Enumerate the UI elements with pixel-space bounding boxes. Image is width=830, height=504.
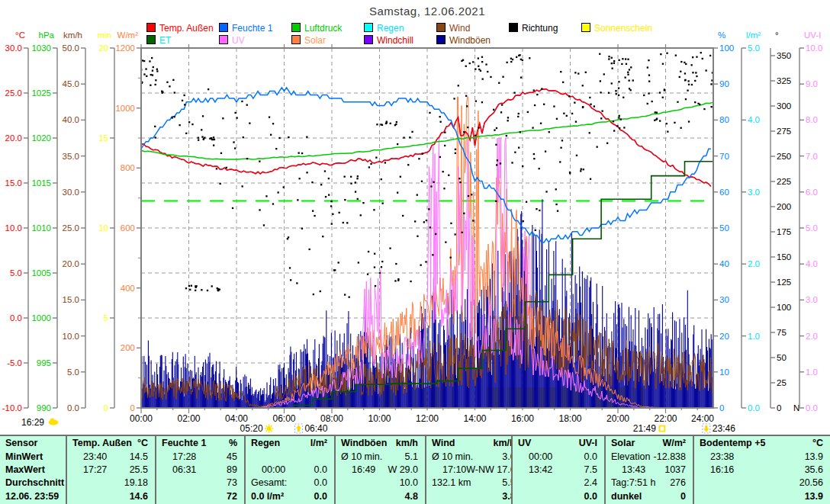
cell-value: 0.0 bbox=[314, 477, 327, 488]
svg-text:995: 995 bbox=[37, 358, 51, 368]
cell-label: 17:27 bbox=[72, 464, 107, 475]
table-row-regen-12-06-23-59: 0.0 l/m²0.0 bbox=[246, 489, 334, 503]
svg-text:%: % bbox=[718, 30, 725, 40]
table-row-windb-en-minwert: Ø 10 min.5.1 bbox=[336, 450, 425, 463]
svg-text:7.0: 7.0 bbox=[806, 152, 818, 161]
table-row-bodentemp-5-durchschnitt: 20.56 bbox=[694, 476, 830, 489]
cell-value: 5.1 bbox=[405, 451, 418, 462]
svg-text:5: 5 bbox=[104, 313, 108, 323]
cell-value: 89 bbox=[227, 464, 237, 475]
svg-text:45.0: 45.0 bbox=[63, 79, 79, 88]
svg-text:23:46: 23:46 bbox=[713, 423, 735, 434]
cell-value: 276 bbox=[670, 477, 686, 488]
svg-text:0: 0 bbox=[719, 403, 724, 413]
cell-value: 0 bbox=[680, 491, 686, 502]
svg-text:10: 10 bbox=[719, 368, 729, 377]
table-row-windb-en-12-06-23-59: 4.8 bbox=[336, 489, 425, 503]
table-row-uv-minwert: 00:000.0 bbox=[513, 450, 604, 463]
svg-text:0.0: 0.0 bbox=[748, 403, 760, 413]
cell-value: 20.56 bbox=[799, 477, 823, 488]
svg-text:hPa: hPa bbox=[39, 30, 55, 40]
svg-text:15.0: 15.0 bbox=[5, 178, 22, 188]
table-row-feuchte-1-maxwert: 06:3189 bbox=[156, 463, 244, 476]
svg-text:-10.0: -10.0 bbox=[2, 403, 22, 413]
svg-text:20.0: 20.0 bbox=[63, 259, 79, 268]
table-row-labels: SensorMinWertMaxWertDurchschnitt12.06. 2… bbox=[0, 436, 66, 504]
table-header-uv: UVUV-I bbox=[513, 436, 604, 450]
svg-text:90: 90 bbox=[719, 79, 729, 88]
table-row-temp-au-en-12-06-23-59: 14.6 bbox=[67, 489, 155, 503]
cell-value: 5.5 bbox=[502, 477, 511, 488]
svg-text:350: 350 bbox=[777, 51, 791, 60]
cell-value: 1037 bbox=[664, 464, 686, 475]
row-label-durchschnitt: Durchschnitt bbox=[0, 476, 66, 489]
svg-text:100: 100 bbox=[719, 43, 734, 53]
svg-text:20.0: 20.0 bbox=[5, 133, 22, 143]
svg-text:200: 200 bbox=[121, 343, 135, 352]
sensor-unit: l/m² bbox=[310, 438, 327, 448]
svg-text:80: 80 bbox=[719, 115, 729, 124]
cell-value: 14.6 bbox=[130, 491, 148, 502]
cell-value: 19.18 bbox=[124, 477, 148, 488]
table-row-feuchte-1-minwert: 17:2845 bbox=[156, 450, 244, 463]
cell-label: Elevation bbox=[611, 451, 650, 462]
svg-text:05:20: 05:20 bbox=[240, 423, 263, 434]
sensor-name: Wind bbox=[432, 438, 455, 448]
svg-text:°: ° bbox=[775, 30, 779, 40]
cell-label: 00:00 bbox=[251, 464, 285, 475]
svg-text:5.0: 5.0 bbox=[10, 268, 22, 278]
cell-label: dunkel bbox=[611, 491, 642, 502]
row-label-minwert: MinWert bbox=[0, 450, 66, 463]
svg-text:10.0: 10.0 bbox=[63, 332, 79, 341]
cell-value: 0.0 bbox=[314, 491, 327, 502]
table-row-feuchte-1-12-06-23-59: 72 bbox=[156, 489, 244, 503]
svg-text:225: 225 bbox=[777, 177, 791, 186]
row-label-sensor: Sensor bbox=[0, 436, 66, 450]
svg-text:70: 70 bbox=[719, 152, 729, 161]
svg-text:25: 25 bbox=[777, 378, 787, 387]
svg-text:2.0: 2.0 bbox=[806, 332, 818, 341]
table-header-regen: Regenl/m² bbox=[246, 436, 334, 450]
svg-text:30: 30 bbox=[719, 295, 729, 304]
svg-text:75: 75 bbox=[777, 328, 787, 337]
svg-text:15: 15 bbox=[98, 133, 108, 143]
table-row-solar-12-06-23-59: dunkel0 bbox=[606, 489, 693, 503]
svg-text:35.0: 35.0 bbox=[63, 152, 79, 161]
svg-text:16:29: 16:29 bbox=[21, 417, 44, 428]
sensor-unit: W/m² bbox=[662, 438, 686, 448]
cell-label: Ø 10 min. bbox=[432, 451, 473, 462]
cell-label: 0.0 l/m² bbox=[251, 491, 284, 502]
svg-text:21:49: 21:49 bbox=[633, 423, 656, 434]
svg-text:km/h: km/h bbox=[63, 30, 82, 40]
table-row-temp-au-en-maxwert: 17:2725.5 bbox=[67, 463, 155, 476]
cell-label: 13:43 bbox=[611, 464, 645, 475]
svg-text:-5.0: -5.0 bbox=[7, 358, 22, 368]
table-section-wind: Windkm/hØ 10 min.3.017:10W-NW 17.6132.1 … bbox=[425, 436, 511, 504]
sensor-name: Windböen bbox=[341, 438, 387, 448]
cell-value: 35.6 bbox=[805, 464, 823, 475]
svg-text:150: 150 bbox=[777, 252, 791, 262]
svg-text:20: 20 bbox=[719, 332, 729, 341]
svg-text:08:00: 08:00 bbox=[320, 413, 343, 424]
sensor-unit: UV-I bbox=[579, 438, 597, 448]
svg-text:0: 0 bbox=[130, 403, 135, 413]
svg-text:0.0: 0.0 bbox=[10, 313, 22, 323]
svg-text:24:00: 24:00 bbox=[691, 413, 714, 424]
svg-text:5.0: 5.0 bbox=[806, 223, 818, 233]
sensor-unit: °C bbox=[137, 438, 148, 448]
svg-text:30.0: 30.0 bbox=[5, 43, 22, 53]
cell-value: 0.0 bbox=[584, 451, 597, 462]
svg-text:6.0: 6.0 bbox=[806, 188, 818, 197]
svg-text:200: 200 bbox=[777, 202, 791, 211]
svg-text:250: 250 bbox=[777, 152, 791, 161]
svg-text:1.0: 1.0 bbox=[806, 368, 818, 377]
cell-value: 14.5 bbox=[130, 451, 148, 462]
table-header-feuchte-1: Feuchte 1% bbox=[156, 436, 244, 450]
table-row-temp-au-en-minwert: 23:4014.5 bbox=[67, 450, 155, 463]
svg-text:12:00: 12:00 bbox=[416, 413, 439, 424]
svg-text:1200: 1200 bbox=[115, 43, 135, 53]
table-header-wind: Windkm/h bbox=[426, 436, 511, 450]
svg-text:1025: 1025 bbox=[31, 88, 51, 98]
weather-chart-window: Samstag, 12.06.2021 Temp. AußenFeuchte 1… bbox=[0, 0, 830, 504]
svg-text:0.0: 0.0 bbox=[67, 403, 79, 413]
